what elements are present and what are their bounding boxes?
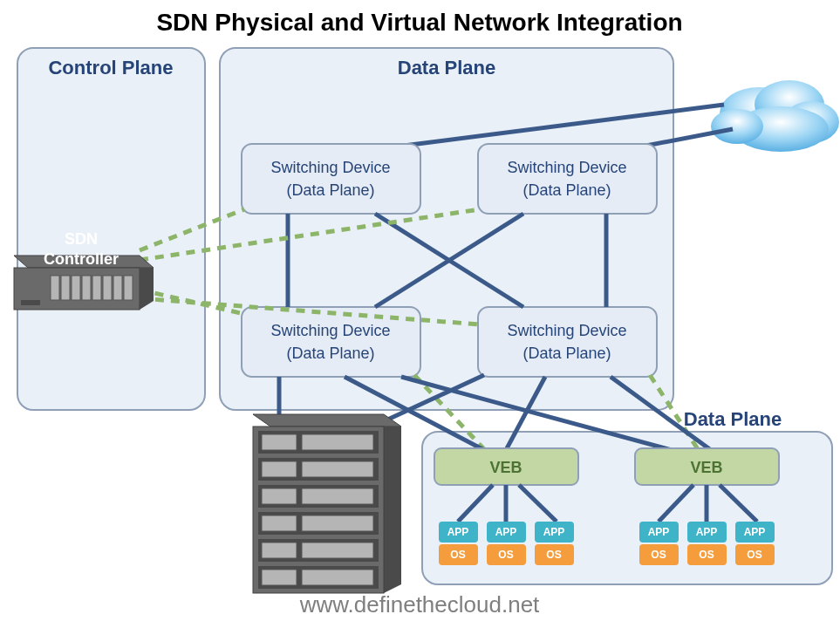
svg-text:APP: APP <box>495 526 517 538</box>
svg-text:APP: APP <box>696 526 718 538</box>
svg-rect-12 <box>92 276 101 300</box>
svg-rect-13 <box>103 276 112 300</box>
svg-text:APP: APP <box>648 526 670 538</box>
switch4-line2: (Data Plane) <box>522 345 611 362</box>
cloud-icon <box>711 80 839 152</box>
svg-marker-17 <box>253 414 401 427</box>
svg-rect-21 <box>262 434 297 450</box>
svg-rect-9 <box>61 276 70 300</box>
switch3-line1: Switching Device <box>270 322 390 339</box>
svg-text:OS: OS <box>747 549 761 561</box>
svg-text:OS: OS <box>699 549 714 561</box>
svg-text:APP: APP <box>543 526 565 538</box>
svg-rect-10 <box>72 276 80 300</box>
svg-rect-24 <box>262 461 297 477</box>
data-plane-label: Data Plane <box>398 57 496 78</box>
svg-rect-8 <box>51 276 59 300</box>
svg-marker-18 <box>384 427 401 593</box>
controller-label-1: SDN <box>65 230 98 248</box>
svg-point-4 <box>711 109 763 144</box>
svg-rect-33 <box>262 543 297 558</box>
svg-rect-14 <box>113 276 122 300</box>
svg-text:OS: OS <box>498 549 513 561</box>
svg-rect-11 <box>82 276 91 300</box>
svg-text:OS: OS <box>450 549 465 561</box>
diagram-canvas: SDN Physical and Virtual Network Integra… <box>0 0 840 621</box>
svg-rect-36 <box>262 570 297 585</box>
control-plane-panel <box>17 48 205 410</box>
switch-box-4 <box>478 307 657 377</box>
svg-rect-31 <box>302 515 373 531</box>
switch-box-1 <box>242 144 420 214</box>
switch-box-2 <box>478 144 657 214</box>
data-plane2-label: Data Plane <box>684 408 782 430</box>
switch2-line2: (Data Plane) <box>522 181 611 199</box>
svg-text:OS: OS <box>651 549 666 561</box>
controller-label-2: Controller <box>44 250 119 268</box>
diagram-title: SDN Physical and Virtual Network Integra… <box>156 9 682 36</box>
svg-rect-22 <box>302 434 373 450</box>
switch1-line1: Switching Device <box>270 159 390 176</box>
svg-rect-34 <box>302 543 373 558</box>
server-stack-icon <box>253 414 401 593</box>
switch4-line1: Switching Device <box>507 322 626 339</box>
switch2-line1: Switching Device <box>507 159 626 176</box>
svg-rect-27 <box>262 488 297 504</box>
switch3-line2: (Data Plane) <box>286 345 374 362</box>
svg-rect-37 <box>302 570 373 585</box>
svg-text:APP: APP <box>744 526 766 538</box>
svg-rect-28 <box>302 488 373 504</box>
url-text: www.definethecloud.net <box>299 591 540 618</box>
svg-rect-25 <box>302 461 373 477</box>
svg-text:APP: APP <box>447 526 469 538</box>
svg-rect-30 <box>262 515 297 531</box>
control-plane-label: Control Plane <box>48 57 173 78</box>
svg-rect-16 <box>21 300 40 305</box>
svg-rect-15 <box>124 276 133 300</box>
switch1-line2: (Data Plane) <box>286 181 374 199</box>
veb-label-2: VEB <box>690 459 722 476</box>
veb-label-1: VEB <box>489 459 522 476</box>
svg-text:OS: OS <box>546 549 561 561</box>
